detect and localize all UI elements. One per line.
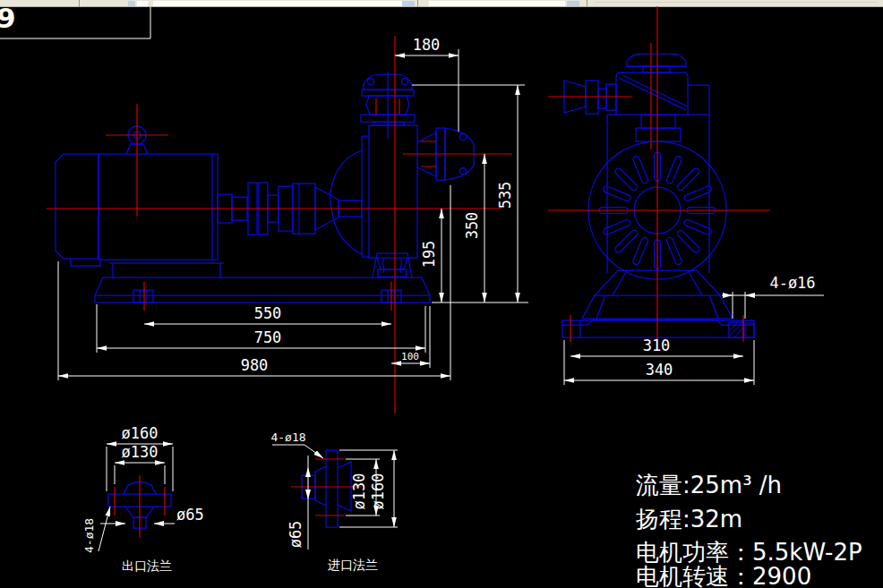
dim-4xd18-inlet: 4-ø18 [270,430,305,444]
dim-550: 550 [254,304,282,322]
dim-195: 195 [420,241,438,268]
spec-head: 扬程:32m [635,506,742,533]
toolbar-combo-fragment-1[interactable] [137,1,148,6]
dim-310: 310 [643,337,671,354]
dim-100: 100 [401,351,419,362]
dim-d65: ø65 [176,506,204,524]
dim-d65-inlet: ø65 [287,521,304,549]
dim-4xd18: 4-ø18 [82,518,96,553]
toolbar-separator [79,0,80,7]
dim-d130-inlet: ø130 [350,473,368,510]
outlet-flange-label: 出口法兰 [122,558,172,573]
spec-flow-rate: 流量:25m³ /h [636,472,782,499]
toolbar-button-fragment[interactable] [128,1,135,6]
dim-750: 750 [254,328,282,346]
corner-digit: 9 [0,2,16,34]
inlet-flange-label: 进口法兰 [328,558,378,572]
dim-350: 350 [463,212,481,240]
combo-dropdown-button-2[interactable] [567,1,579,6]
dim-d130: ø130 [122,443,159,461]
combo-dropdown-button[interactable] [402,1,415,6]
toolbar-combo-fragment-2[interactable] [153,1,402,6]
dim-980: 980 [241,356,269,374]
cad-drawing-canvas[interactable]: 9 [0,0,883,588]
cad-window: 9 [0,0,883,588]
spec-motor-speed: 电机转速：2900 [636,563,811,588]
toolbar-combo-fragment-3[interactable] [429,1,565,6]
toolbar-strip[interactable] [0,0,883,7]
dim-535: 535 [496,182,514,209]
dim-d160: ø160 [122,424,159,442]
dim-d160-inlet: ø160 [369,473,387,510]
dim-340: 340 [646,361,673,379]
spec-motor-power: 电机功率：5.5kW-2P [636,539,862,566]
dim-180: 180 [413,36,441,54]
dim-4xd16: 4-ø16 [769,274,815,292]
